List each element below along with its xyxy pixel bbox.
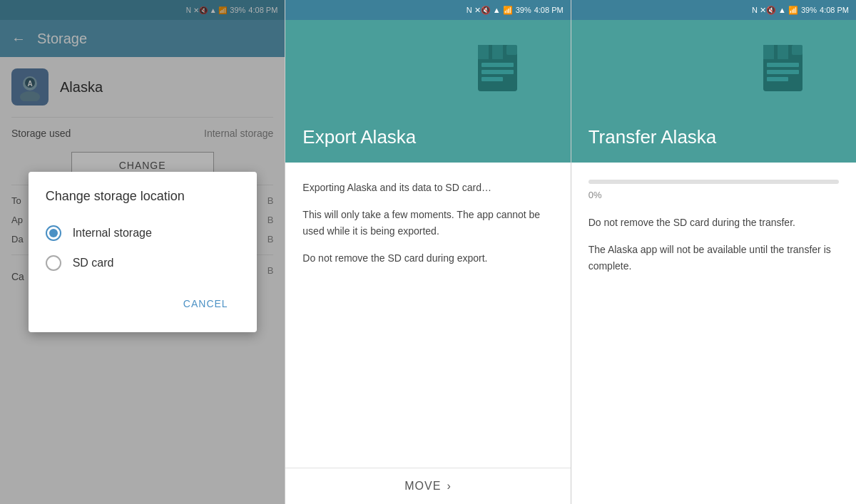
radio-internal-circle [46, 225, 61, 241]
status-icons-2: N ✕🔇 ▲ 📶 [467, 6, 513, 15]
svg-rect-14 [763, 45, 774, 59]
move-footer[interactable]: MOVE › [285, 468, 570, 504]
export-text-3: Do not remove the SD card during export. [302, 250, 553, 266]
transfer-text-2: The Alaska app will not be available unt… [588, 242, 839, 274]
panel-transfer: N ✕🔇 ▲ 📶 39% 4:08 PM Transfer Alaska 0% … [571, 0, 856, 504]
svg-rect-8 [506, 45, 517, 55]
radio-internal-label: Internal storage [73, 227, 152, 240]
export-text-1: Exporting Alaska and its data to SD card… [302, 180, 553, 195]
transfer-text-1: Do not remove the SD card during the tra… [588, 215, 839, 230]
dialog-actions: CANCEL [46, 292, 240, 315]
svg-rect-19 [767, 77, 788, 81]
svg-rect-18 [767, 70, 799, 74]
transfer-title: Transfer Alaska [588, 126, 717, 148]
sd-card-icon-3 [756, 41, 813, 101]
move-icon: › [447, 480, 451, 493]
status-icons-3: N ✕🔇 ▲ 📶 [752, 6, 798, 15]
panel-export: N ✕🔇 ▲ 📶 39% 4:08 PM Export Alaska Expor… [285, 0, 571, 504]
time-2: 4:08 PM [534, 6, 564, 14]
export-text-2: This will only take a few moments. The a… [302, 207, 553, 239]
svg-rect-11 [482, 77, 503, 81]
status-bar-3: N ✕🔇 ▲ 📶 39% 4:08 PM [571, 0, 856, 20]
dialog-overlay: Change storage location Internal storage… [0, 0, 285, 504]
battery-2: 39% [516, 6, 531, 14]
battery-3: 39% [801, 6, 817, 14]
transfer-body: 0% Do not remove the SD card during the … [571, 163, 856, 504]
storage-dialog: Change storage location Internal storage… [29, 172, 257, 332]
radio-sd-circle [46, 255, 61, 271]
dialog-title: Change storage location [46, 189, 240, 204]
status-bar-2: N ✕🔇 ▲ 📶 39% 4:08 PM [285, 0, 570, 20]
move-label: MOVE [404, 480, 441, 493]
svg-rect-16 [792, 45, 802, 55]
export-header: Export Alaska [285, 20, 570, 163]
sd-card-icon [471, 41, 528, 101]
svg-rect-17 [767, 63, 799, 67]
export-body: Exporting Alaska and its data to SD card… [285, 163, 570, 468]
move-button[interactable]: MOVE › [404, 480, 451, 493]
svg-rect-6 [478, 45, 489, 59]
progress-bar-container [588, 180, 839, 184]
progress-text: 0% [588, 190, 839, 200]
export-title: Export Alaska [302, 126, 416, 148]
svg-rect-15 [778, 45, 788, 59]
panel-storage: N ✕🔇 ▲ 📶 39% 4:08 PM ← Storage A Alaska … [0, 0, 285, 504]
svg-rect-10 [482, 70, 514, 74]
radio-sd-card[interactable]: SD card [46, 248, 240, 278]
radio-sd-label: SD card [73, 257, 114, 269]
radio-internal-storage[interactable]: Internal storage [46, 218, 240, 248]
transfer-header: Transfer Alaska [571, 20, 856, 163]
dialog-cancel-button[interactable]: CANCEL [172, 292, 240, 315]
svg-rect-9 [482, 63, 514, 67]
svg-rect-7 [492, 45, 503, 59]
time-3: 4:08 PM [820, 6, 849, 14]
